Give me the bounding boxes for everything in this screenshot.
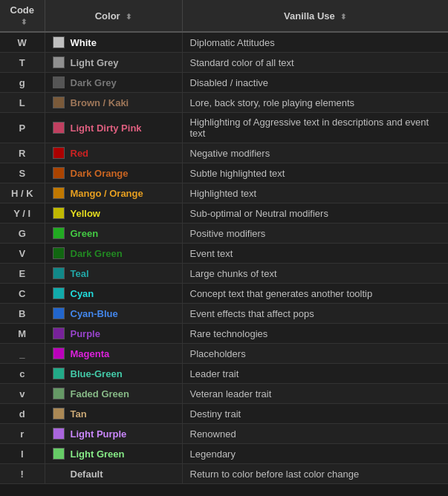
color-cell: Cyan-Blue xyxy=(45,304,182,324)
color-swatch xyxy=(53,147,65,159)
table-row: CCyanConcept text that generates another… xyxy=(0,284,448,304)
color-name-label: Cyan xyxy=(71,288,94,299)
sort-code-icon[interactable]: ⬍ xyxy=(21,18,27,26)
vanilla-cell: Disabled / inactive xyxy=(182,73,448,93)
table-row: !DefaultReturn to color before last colo… xyxy=(0,464,448,484)
color-swatch xyxy=(53,76,65,88)
vanilla-cell: Subtle highlighted text xyxy=(182,163,448,183)
color-name-label: White xyxy=(71,37,97,48)
code-cell: H / K xyxy=(0,183,45,203)
code-cell: W xyxy=(0,32,45,53)
color-cell: Blue-Green xyxy=(45,364,182,384)
table-row: MPurpleRare technologies xyxy=(0,324,448,344)
table-row: _MagentaPlaceholders xyxy=(0,344,448,364)
table-row: cBlue-GreenLeader trait xyxy=(0,364,448,384)
table-row: LBrown / KakiLore, back story, role play… xyxy=(0,93,448,113)
vanilla-cell: Veteran leader trait xyxy=(182,384,448,404)
vanilla-cell: Concept text that generates another tool… xyxy=(182,284,448,304)
vanilla-cell: Legendary xyxy=(182,444,448,464)
code-cell: P xyxy=(0,113,45,143)
table-row: gDark GreyDisabled / inactive xyxy=(0,73,448,93)
code-cell: l xyxy=(0,444,45,464)
color-name-label: Blue-Green xyxy=(71,368,123,379)
color-cell: Brown / Kaki xyxy=(45,93,182,113)
table-row: RRedNegative modifiers xyxy=(0,143,448,163)
color-cell: Tan xyxy=(45,404,182,424)
color-cell: Teal xyxy=(45,264,182,284)
sort-vanilla-icon[interactable]: ⬍ xyxy=(340,13,346,21)
header-code: Code ⬍ xyxy=(0,0,45,32)
color-cell: Red xyxy=(45,143,182,163)
color-swatch xyxy=(53,227,65,239)
color-cell: White xyxy=(45,32,182,53)
color-cell: Default xyxy=(45,464,182,484)
code-cell: T xyxy=(0,53,45,73)
vanilla-cell: Placeholders xyxy=(182,344,448,364)
table-row: lLight GreenLegendary xyxy=(0,444,448,464)
color-cell: Cyan xyxy=(45,284,182,304)
table-row: H / KMango / OrangeHighlighted text xyxy=(0,183,448,203)
vanilla-cell: Event effects that affect pops xyxy=(182,304,448,324)
color-name-label: Teal xyxy=(71,268,89,279)
vanilla-cell: Destiny trait xyxy=(182,404,448,424)
color-cell: Faded Green xyxy=(45,384,182,404)
vanilla-cell: Return to color before last color change xyxy=(182,464,448,484)
code-cell: V xyxy=(0,244,45,264)
vanilla-cell: Leader trait xyxy=(182,364,448,384)
table-row: WWhiteDiplomatic Attitudes xyxy=(0,32,448,53)
table-row: SDark OrangeSubtle highlighted text xyxy=(0,163,448,183)
code-cell: ! xyxy=(0,464,45,484)
table-row: TLight GreyStandard color of all text xyxy=(0,53,448,73)
color-swatch xyxy=(53,167,65,179)
color-cell: Mango / Orange xyxy=(45,183,182,203)
color-cell: Magenta xyxy=(45,344,182,364)
color-name-label: Cyan-Blue xyxy=(71,308,118,319)
table-row: Y / IYellowSub-optimal or Neutral modifi… xyxy=(0,203,448,223)
color-name-label: Tan xyxy=(71,408,87,420)
color-name-label: Green xyxy=(71,228,99,239)
color-swatch xyxy=(53,56,65,68)
vanilla-cell: Event text xyxy=(182,244,448,264)
code-cell: L xyxy=(0,93,45,113)
color-swatch xyxy=(53,368,65,379)
color-swatch xyxy=(53,408,65,420)
code-cell: C xyxy=(0,284,45,304)
color-name-label: Dark Grey xyxy=(71,77,117,88)
vanilla-cell: Lore, back story, role playing elements xyxy=(182,93,448,113)
color-name-label: Magenta xyxy=(71,348,110,359)
header-color: Color ⬍ xyxy=(45,0,182,32)
table-row: vFaded GreenVeteran leader trait xyxy=(0,384,448,404)
color-swatch xyxy=(53,36,65,48)
color-swatch xyxy=(53,207,65,219)
code-cell: R xyxy=(0,143,45,163)
color-swatch xyxy=(53,247,65,259)
color-swatch xyxy=(53,307,65,319)
color-name-label: Light Dirty Pink xyxy=(71,123,142,134)
table-row: dTanDestiny trait xyxy=(0,404,448,424)
color-name-label: Light Grey xyxy=(71,57,119,68)
vanilla-cell: Standard color of all text xyxy=(182,53,448,73)
vanilla-cell: Highlighted text xyxy=(182,183,448,203)
header-vanilla: Vanilla Use ⬍ xyxy=(182,0,448,32)
color-name-label: Default xyxy=(71,469,103,480)
color-name-label: Purple xyxy=(71,328,100,339)
color-swatch xyxy=(53,97,65,108)
color-cell: Yellow xyxy=(45,203,182,223)
color-swatch xyxy=(53,327,65,339)
color-name-label: Faded Green xyxy=(71,388,129,399)
color-name-label: Light Green xyxy=(71,448,125,460)
vanilla-cell: Rare technologies xyxy=(182,324,448,344)
color-swatch xyxy=(53,267,65,279)
vanilla-cell: Large chunks of text xyxy=(182,264,448,284)
code-cell: Y / I xyxy=(0,203,45,223)
color-cell: Green xyxy=(45,223,182,244)
color-swatch xyxy=(53,428,65,440)
table-row: BCyan-BlueEvent effects that affect pops xyxy=(0,304,448,324)
color-name-label: Brown / Kaki xyxy=(71,97,129,108)
vanilla-cell: Renowned xyxy=(182,424,448,444)
code-cell: c xyxy=(0,364,45,384)
color-cell: Light Green xyxy=(45,444,182,464)
code-cell: _ xyxy=(0,344,45,364)
sort-color-icon[interactable]: ⬍ xyxy=(126,13,132,21)
vanilla-cell: Diplomatic Attitudes xyxy=(182,32,448,53)
